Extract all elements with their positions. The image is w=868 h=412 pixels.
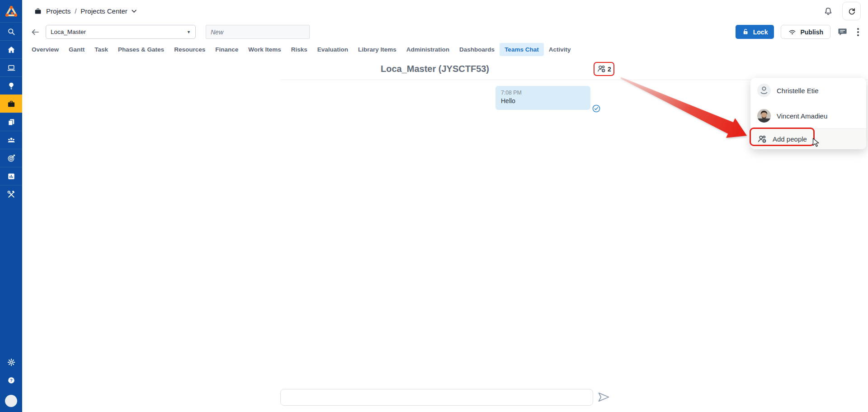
user-avatar bbox=[5, 395, 17, 407]
unlock-padlock-icon bbox=[742, 28, 750, 36]
publish-button-label: Publish bbox=[800, 28, 823, 36]
sidebar-item-reports[interactable] bbox=[0, 167, 22, 185]
tab-gantt[interactable]: Gantt bbox=[64, 43, 90, 56]
refresh-icon bbox=[847, 7, 856, 16]
chat-title: Loca_Master (JYSCTF53) bbox=[280, 64, 590, 74]
tab-risks[interactable]: Risks bbox=[286, 43, 312, 56]
publish-wifi-icon bbox=[788, 28, 797, 36]
comments-button[interactable] bbox=[837, 27, 848, 37]
more-options-button[interactable] bbox=[854, 26, 862, 38]
home-icon bbox=[7, 45, 16, 54]
app-logo[interactable] bbox=[0, 0, 22, 22]
annotation-red-arrow bbox=[610, 72, 760, 145]
message-read-receipt bbox=[592, 104, 600, 114]
members-count: 2 bbox=[608, 66, 611, 73]
chat-message-input[interactable] bbox=[280, 389, 593, 406]
project-selector[interactable]: Loca_Master ▼ bbox=[46, 25, 196, 39]
briefcase-icon bbox=[34, 7, 42, 15]
documents-icon bbox=[7, 118, 16, 127]
sidebar-item-goals[interactable] bbox=[0, 149, 22, 167]
publish-button[interactable]: Publish bbox=[781, 25, 830, 39]
person-add-icon bbox=[597, 64, 606, 74]
sidebar-item-workstation[interactable] bbox=[0, 58, 22, 76]
lightbulb-icon bbox=[7, 81, 16, 90]
tab-task[interactable]: Task bbox=[90, 43, 113, 56]
top-header: Projects / Projects Center bbox=[22, 0, 868, 22]
sidebar-item-projects[interactable] bbox=[0, 95, 22, 113]
team-icon bbox=[7, 136, 16, 145]
back-button[interactable] bbox=[30, 27, 40, 37]
lock-button[interactable]: Lock bbox=[736, 25, 774, 39]
search-icon bbox=[7, 27, 16, 36]
tab-dashboards[interactable]: Dashboards bbox=[454, 43, 500, 56]
lock-button-label: Lock bbox=[753, 28, 768, 36]
new-item-field[interactable] bbox=[206, 25, 310, 39]
member-name: Christelle Etie bbox=[777, 87, 819, 95]
sidebar-item-tools[interactable] bbox=[0, 185, 22, 203]
person-add-icon bbox=[757, 134, 767, 144]
sidebar-item-settings[interactable] bbox=[0, 353, 22, 371]
tab-teams-chat[interactable]: Teams Chat bbox=[500, 43, 544, 56]
bar-chart-icon bbox=[7, 172, 16, 181]
sidebar-item-search[interactable] bbox=[0, 22, 22, 40]
message-text: Hello bbox=[501, 97, 585, 104]
bell-icon bbox=[823, 6, 833, 16]
kebab-menu-icon bbox=[857, 28, 859, 30]
sidebar-bottom-group: ? bbox=[0, 353, 22, 412]
breadcrumb[interactable]: Projects / Projects Center bbox=[34, 7, 137, 15]
help-icon: ? bbox=[7, 376, 16, 385]
tools-icon bbox=[7, 190, 16, 199]
briefcase-icon bbox=[7, 99, 16, 109]
tab-phases-gates[interactable]: Phases & Gates bbox=[113, 43, 169, 56]
laptop-icon bbox=[7, 63, 16, 72]
tab-activity[interactable]: Activity bbox=[544, 43, 576, 56]
add-people-button[interactable]: Add people bbox=[750, 129, 866, 149]
members-dropdown: Christelle Etie Vincent Amadieu bbox=[750, 78, 866, 149]
chat-bubble-icon bbox=[837, 27, 848, 37]
sidebar: ? bbox=[0, 0, 22, 412]
member-row-vincent[interactable]: Vincent Amadieu bbox=[750, 103, 866, 128]
breadcrumb-current[interactable]: Projects Center bbox=[80, 7, 127, 15]
tab-overview[interactable]: Overview bbox=[27, 43, 64, 56]
member-row-christelle[interactable]: Christelle Etie bbox=[750, 78, 866, 103]
tab-library-items[interactable]: Library Items bbox=[353, 43, 401, 56]
chevron-down-icon bbox=[132, 9, 137, 13]
sidebar-item-home[interactable] bbox=[0, 40, 22, 58]
message-time: 7:08 PM bbox=[501, 90, 585, 96]
photo-avatar-icon bbox=[757, 109, 771, 123]
chat-message-outgoing: 7:08 PM Hello bbox=[495, 86, 590, 110]
member-avatar-placeholder bbox=[757, 84, 771, 97]
header-actions bbox=[823, 2, 861, 20]
back-arrow-icon bbox=[30, 27, 40, 37]
logo-triangle-icon bbox=[5, 5, 18, 18]
toolbar-actions: Lock Publish bbox=[736, 25, 862, 39]
tab-finance[interactable]: Finance bbox=[210, 43, 243, 56]
refresh-button[interactable] bbox=[842, 2, 861, 20]
notifications-button[interactable] bbox=[823, 6, 833, 16]
chat-members-button[interactable]: 2 bbox=[594, 62, 614, 76]
tab-resources[interactable]: Resources bbox=[169, 43, 210, 56]
project-tabs: Overview Gantt Task Phases & Gates Resou… bbox=[22, 42, 868, 57]
member-name: Vincent Amadieu bbox=[777, 112, 827, 120]
gear-icon bbox=[7, 358, 16, 367]
tab-work-items[interactable]: Work Items bbox=[243, 43, 286, 56]
tab-administration[interactable]: Administration bbox=[401, 43, 454, 56]
breadcrumb-separator: / bbox=[75, 7, 76, 15]
tab-evaluation[interactable]: Evaluation bbox=[312, 43, 353, 56]
sidebar-item-help[interactable]: ? bbox=[0, 371, 22, 389]
project-toolbar: Loca_Master ▼ Lock Publish bbox=[22, 22, 868, 42]
project-selector-value: Loca_Master bbox=[51, 28, 86, 35]
breadcrumb-root[interactable]: Projects bbox=[46, 7, 71, 15]
check-circle-icon bbox=[592, 104, 600, 113]
sidebar-item-ideas[interactable] bbox=[0, 76, 22, 95]
member-avatar-photo bbox=[757, 109, 771, 123]
select-caret-icon: ▼ bbox=[187, 30, 191, 34]
svg-text:?: ? bbox=[10, 378, 13, 383]
send-plane-icon bbox=[598, 392, 610, 403]
sidebar-item-library[interactable] bbox=[0, 113, 22, 131]
target-icon bbox=[7, 154, 16, 163]
send-message-button[interactable] bbox=[598, 392, 610, 404]
sidebar-item-profile[interactable] bbox=[0, 389, 22, 412]
person-icon bbox=[757, 84, 771, 97]
sidebar-item-resources[interactable] bbox=[0, 131, 22, 149]
